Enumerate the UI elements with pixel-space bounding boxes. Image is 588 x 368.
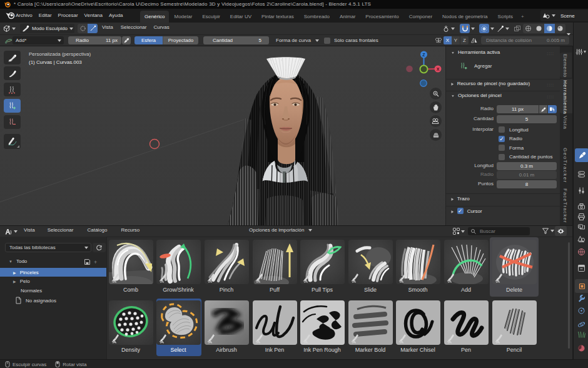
svg-text:X: X xyxy=(437,67,440,71)
svg-text:Z: Z xyxy=(422,53,425,57)
